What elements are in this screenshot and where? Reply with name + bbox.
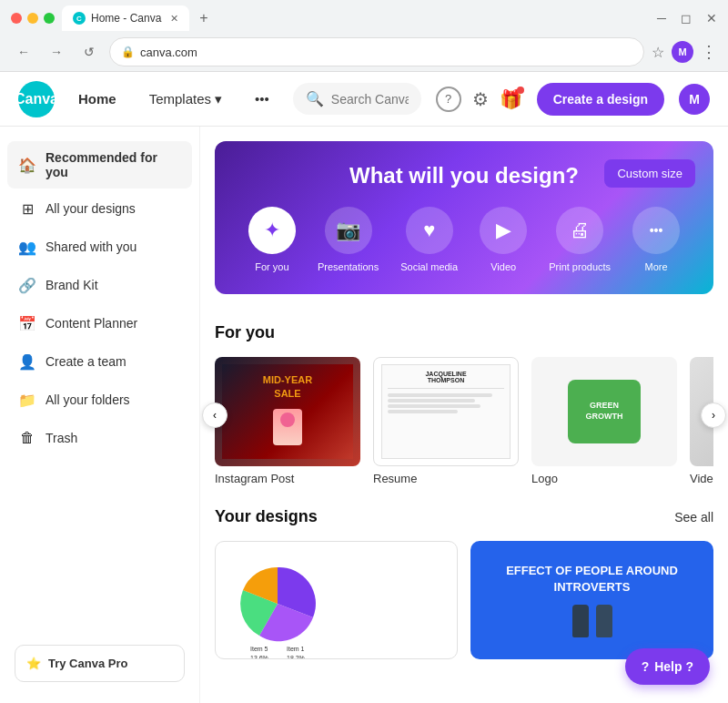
- see-all-button[interactable]: See all: [674, 510, 713, 525]
- calendar-icon: 📅: [18, 314, 36, 332]
- browser-navbar: ← → ↺ 🔒 canva.com ☆ M ⋮: [0, 33, 728, 71]
- refresh-btn[interactable]: ↺: [76, 39, 102, 65]
- sidebar-item-brand-kit[interactable]: 🔗 Brand Kit: [7, 267, 192, 303]
- video-circle: ▶: [480, 207, 527, 254]
- resume-line: [388, 410, 458, 413]
- hero-banner: What will you design? Custom size ✦ For …: [215, 141, 713, 294]
- chart-label-item5: Item 5: [250, 646, 268, 652]
- search-icon: 🔍: [306, 90, 324, 107]
- blue-card-text: EFFECT OF PEOPLE AROUND INTROVERTS: [481, 563, 703, 596]
- help-button[interactable]: ? Help ?: [625, 648, 710, 685]
- avatar[interactable]: M: [679, 84, 710, 115]
- for-you-section: For you ‹ MID-YEARSALE: [200, 309, 728, 493]
- tab-favicon: C: [73, 12, 86, 25]
- sidebar-item-label: Shared with you: [46, 239, 136, 254]
- window-action-controls[interactable]: ─ ◻ ✕: [657, 11, 717, 25]
- bottle-1: [572, 605, 589, 637]
- bookmark-icon[interactable]: ☆: [652, 44, 664, 61]
- carousel-item-logo[interactable]: GREENGROWTH Logo: [531, 357, 677, 485]
- design-card-chart[interactable]: Item 5 13.6% Item 1 18.2%: [215, 541, 458, 659]
- sidebar-item-recommended[interactable]: 🏠 Recommended for you: [7, 141, 192, 188]
- sidebar-item-shared[interactable]: 👥 Shared with you: [7, 229, 192, 265]
- sidebar-item-label: Content Planner: [46, 316, 137, 331]
- sidebar-item-label: Brand Kit: [46, 278, 98, 292]
- carousel: MID-YEARSALE Instagram Post: [215, 357, 713, 485]
- search-bar[interactable]: 🔍: [293, 83, 421, 115]
- bottle-2: [596, 605, 612, 637]
- window-controls: [11, 13, 55, 24]
- carousel-item-instagram[interactable]: MID-YEARSALE Instagram Post: [215, 357, 360, 485]
- sidebar-item-all-folders[interactable]: 📁 All your folders: [7, 382, 192, 418]
- minimize-window-btn[interactable]: [27, 13, 38, 24]
- sidebar-item-create-team[interactable]: 👤 Create a team: [7, 343, 192, 380]
- folder-icon: 📁: [18, 391, 36, 409]
- for-you-circle: ✦: [248, 207, 296, 254]
- address-bar[interactable]: 🔒 canva.com: [109, 37, 644, 66]
- resume-line: [388, 404, 481, 408]
- print-label: Print products: [549, 261, 611, 272]
- nav-home-btn[interactable]: Home: [69, 86, 126, 112]
- address-text: canva.com: [140, 46, 632, 59]
- minimize-icon[interactable]: ─: [657, 11, 666, 25]
- try-pro-button[interactable]: ⭐ Try Canva Pro: [15, 645, 185, 682]
- shared-icon: 👥: [18, 238, 36, 256]
- browser-menu-icon[interactable]: ⋮: [701, 42, 717, 62]
- active-tab[interactable]: C Home - Canva ✕: [62, 5, 189, 31]
- maximize-window-btn[interactable]: [44, 13, 55, 24]
- hero-icon-for-you[interactable]: ✦ For you: [248, 207, 296, 272]
- brand-icon: 🔗: [18, 276, 36, 294]
- help-icon[interactable]: ?: [436, 87, 461, 112]
- app-container: Canva Home Templates ▾ ••• 🔍 ? ⚙ 🎁 Creat…: [0, 72, 728, 703]
- nav-templates-btn[interactable]: Templates ▾: [140, 86, 231, 113]
- more-circle: •••: [632, 207, 680, 254]
- sidebar-item-label: Trash: [46, 431, 77, 445]
- resume-lines: [388, 393, 504, 413]
- instagram-label: Instagram Post: [215, 472, 360, 485]
- hero-icon-presentations[interactable]: 📷 Presentations: [318, 207, 379, 272]
- chart-value-item1: 18.2%: [287, 655, 305, 658]
- templates-arrow-icon: ▾: [215, 91, 222, 107]
- design-card-blue[interactable]: EFFECT OF PEOPLE AROUND INTROVERTS: [470, 541, 713, 659]
- hero-icon-more[interactable]: ••• More: [632, 207, 680, 272]
- resume-line: [388, 399, 475, 402]
- close-window-btn[interactable]: [11, 13, 22, 24]
- restore-icon[interactable]: ◻: [681, 11, 692, 25]
- hero-icon-social-media[interactable]: ♥ Social media: [400, 207, 458, 272]
- your-designs-title: Your designs: [215, 507, 318, 526]
- nav-more-btn[interactable]: •••: [246, 86, 278, 112]
- hero-icon-print[interactable]: 🖨 Print products: [549, 207, 611, 272]
- search-input[interactable]: [331, 92, 409, 107]
- carousel-item-resume[interactable]: JACQUELINETHOMPSON: [373, 357, 519, 485]
- gift-icon[interactable]: 🎁: [500, 88, 522, 110]
- close-tab-btn[interactable]: ✕: [170, 13, 178, 25]
- logo-inner: GREENGROWTH: [568, 380, 641, 443]
- custom-size-button[interactable]: Custom size: [604, 159, 695, 188]
- resume-inner: JACQUELINETHOMPSON: [381, 364, 511, 459]
- logo-thumb: GREENGROWTH: [531, 357, 677, 466]
- new-tab-btn[interactable]: +: [193, 7, 215, 29]
- templates-label: Templates: [149, 91, 211, 107]
- sidebar-item-all-designs[interactable]: ⊞ All your designs: [7, 190, 192, 227]
- carousel-right-btn[interactable]: ›: [701, 402, 726, 428]
- settings-icon[interactable]: ⚙: [472, 88, 489, 110]
- pie-chart: Item 5 13.6% Item 1 18.2%: [223, 549, 332, 658]
- lock-icon: 🔒: [121, 46, 135, 58]
- forward-btn[interactable]: →: [44, 39, 69, 65]
- sidebar-item-content-planner[interactable]: 📅 Content Planner: [7, 305, 192, 341]
- sidebar-item-trash[interactable]: 🗑 Trash: [7, 420, 192, 456]
- canva-logo[interactable]: Canva: [18, 81, 55, 117]
- card-bottles: [572, 605, 612, 637]
- back-btn[interactable]: ←: [11, 39, 36, 65]
- close-icon[interactable]: ✕: [706, 11, 717, 25]
- profile-icon[interactable]: M: [672, 41, 693, 63]
- print-circle: 🖨: [556, 207, 603, 254]
- carousel-left-btn[interactable]: ‹: [202, 402, 228, 428]
- create-design-button[interactable]: Create a design: [537, 83, 664, 116]
- sidebar: 🏠 Recommended for you ⊞ All your designs…: [0, 127, 200, 703]
- hero-icon-video[interactable]: ▶ Video: [480, 207, 527, 272]
- pro-star-icon: ⭐: [26, 657, 41, 670]
- content-area: What will you design? Custom size ✦ For …: [200, 127, 728, 703]
- social-media-label: Social media: [400, 261, 458, 272]
- resume-name: JACQUELINETHOMPSON: [388, 371, 504, 383]
- presentations-label: Presentations: [318, 261, 379, 272]
